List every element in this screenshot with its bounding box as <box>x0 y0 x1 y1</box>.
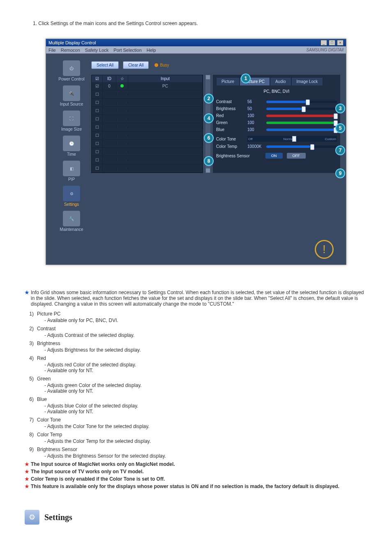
brightness-sensor-control: Brightness Sensor ON OFF <box>216 153 337 159</box>
sensor-label: Brightness Sensor <box>216 154 261 158</box>
bottom-area: ! <box>46 240 346 265</box>
select-all-button[interactable]: Select All <box>91 61 119 69</box>
menu-port-selection[interactable]: Port Selection <box>113 48 141 53</box>
slider-label: Contrast <box>216 99 244 104</box>
callout-2: 2 <box>204 94 214 104</box>
row-id: 0 <box>103 83 116 90</box>
callout-1: 1 <box>241 74 251 83</box>
window-title: Multiple Display Control <box>48 40 96 45</box>
minimize-icon[interactable]: _ <box>321 40 327 46</box>
table-row[interactable]: ☐ <box>92 131 203 140</box>
numbered-list: 1)Picture PC Available only for PC, BNC,… <box>25 311 367 459</box>
table-row[interactable]: ☐ <box>92 164 203 173</box>
sidebar-item-image-size[interactable]: ⛶ Image Size <box>52 111 91 131</box>
list-item: 7)Color Tone <box>25 417 367 423</box>
slider-track[interactable] <box>266 101 337 103</box>
sidebar-item-settings[interactable]: ⚙ Settings <box>52 186 91 207</box>
brand-label: SAMSUNG DIGITAll <box>307 48 344 52</box>
settings-section-icon: ⚙ <box>25 510 39 525</box>
menu-file[interactable]: File <box>48 48 56 53</box>
list-item: 3)Brightness <box>25 341 367 346</box>
scroll-up-icon[interactable] <box>206 75 210 79</box>
red-slider[interactable]: Red 100 <box>216 113 337 118</box>
callout-8: 8 <box>204 156 214 166</box>
slider-track[interactable] <box>266 115 337 117</box>
tone-thumb[interactable] <box>292 136 296 142</box>
section-title: Settings <box>44 513 72 522</box>
sidebar-item-pip[interactable]: ◧ PIP <box>52 161 91 182</box>
red-note: ★The Input source of MagicNet works only… <box>25 461 367 467</box>
table-row[interactable]: ☐ <box>92 156 203 164</box>
close-icon[interactable]: × <box>337 40 344 46</box>
brightness-slider[interactable]: Brightness 50 <box>216 106 337 111</box>
slider-label: Red <box>216 113 244 118</box>
green-slider[interactable]: Green 100 <box>216 120 337 125</box>
list-item: 4)Red <box>25 355 367 361</box>
instruction-line: 1. Click Settings of the main icons and … <box>33 21 367 26</box>
sidebar-item-time[interactable]: 🕑 Time <box>52 136 91 157</box>
table-row[interactable]: ☐ <box>92 99 203 107</box>
maximize-icon[interactable]: □ <box>329 40 335 46</box>
note-text: Color Temp is only enabled if the Color … <box>31 476 367 482</box>
blue-slider[interactable]: Blue 100 <box>216 127 337 132</box>
info-grid[interactable]: ☑ ID ☆ Input ☑ 0 PC ☐ ☐ ☐ ☐ ☐ <box>91 75 203 173</box>
sidebar-item-input-source[interactable]: 🔌 Input Source <box>52 85 91 106</box>
sidebar-item-label: Power Control <box>52 77 91 81</box>
sidebar-item-label: Input Source <box>52 102 91 106</box>
row-checkbox[interactable]: ☑ <box>92 83 103 90</box>
sidebar-item-label: Maintenance <box>52 227 91 232</box>
contrast-slider[interactable]: Contrast 56 <box>216 99 337 104</box>
clear-all-button[interactable]: Clear All <box>123 61 149 69</box>
table-row[interactable]: ☐ <box>92 90 203 99</box>
power-icon: ⏻ <box>63 60 80 76</box>
tab-picture[interactable]: Picture <box>216 77 240 85</box>
slider-track[interactable] <box>266 145 337 148</box>
slider-label: Color Temp <box>216 144 244 149</box>
list-item: 6)Blue <box>25 396 367 402</box>
table-row[interactable]: ☐ <box>92 123 203 131</box>
table-row[interactable]: ☐ <box>92 148 203 156</box>
table-row[interactable]: ☐ <box>92 115 203 123</box>
grid-header: ☑ ID ☆ Input <box>92 75 203 82</box>
table-row[interactable]: ☐ <box>92 107 203 115</box>
callout-3: 3 <box>335 104 345 113</box>
sublist: Adjusts the Color Tone for the selected … <box>44 424 367 429</box>
tab-audio[interactable]: Audio <box>270 77 291 85</box>
tone-mark-off: Off <box>248 137 253 141</box>
section-header: ⚙ Settings <box>25 510 367 525</box>
slider-track[interactable] <box>266 122 337 124</box>
star-icon: ★ <box>25 290 29 307</box>
star-icon: ★ <box>25 461 29 467</box>
sidebar-item-power-control[interactable]: ⏻ Power Control <box>52 60 91 81</box>
list-item: 1)Picture PC <box>25 311 367 317</box>
slider-value: 100 <box>247 113 263 118</box>
tab-image-lock[interactable]: Image Lock <box>291 77 323 85</box>
slider-track[interactable] <box>266 129 337 131</box>
sensor-off-button[interactable]: OFF <box>287 153 306 159</box>
status-led-icon <box>120 84 124 88</box>
slider-track[interactable] <box>266 108 337 110</box>
main-area: Select All Clear All Busy ☑ ID ☆ Input <box>91 60 340 232</box>
tone-mark-custom: Custom <box>325 137 336 141</box>
note-text: The Input source of MagicNet works only … <box>31 461 367 467</box>
menu-remocon[interactable]: Remocon <box>61 48 80 53</box>
color-temp-slider[interactable]: Color Temp 10000K <box>216 144 337 149</box>
sublist: Adjusts the Color Temp for the selected … <box>44 438 367 444</box>
scroll-down-icon[interactable] <box>206 168 210 173</box>
sidebar-item-maintenance[interactable]: 🔧 Maintenance <box>52 211 91 232</box>
sublist: Adjusts red Color of the selected displa… <box>44 362 367 373</box>
menu-safety-lock[interactable]: Safety Lock <box>85 48 108 53</box>
window-titlebar: Multiple Display Control _ □ × <box>46 39 346 46</box>
color-tone-control[interactable]: Color Tone Off Normal Custom <box>216 136 337 142</box>
table-row[interactable]: ☐ <box>92 140 203 148</box>
sublist: Adjusts the Brightness Sensor for the se… <box>44 453 367 459</box>
menu-help[interactable]: Help <box>147 48 156 53</box>
window-buttons: _ □ × <box>320 40 344 46</box>
intro-note: ★ Info Grid shows some basic information… <box>25 290 367 307</box>
sensor-on-button[interactable]: ON <box>265 153 283 159</box>
star-icon: ★ <box>25 484 29 489</box>
color-tone-track[interactable]: Off Normal Custom <box>247 136 337 142</box>
instruction-text: Click Settings of the main icons and the… <box>38 21 198 26</box>
panel-subheader: PC, BNC, DVI <box>216 88 337 97</box>
table-row[interactable]: ☑ 0 PC <box>92 82 203 90</box>
